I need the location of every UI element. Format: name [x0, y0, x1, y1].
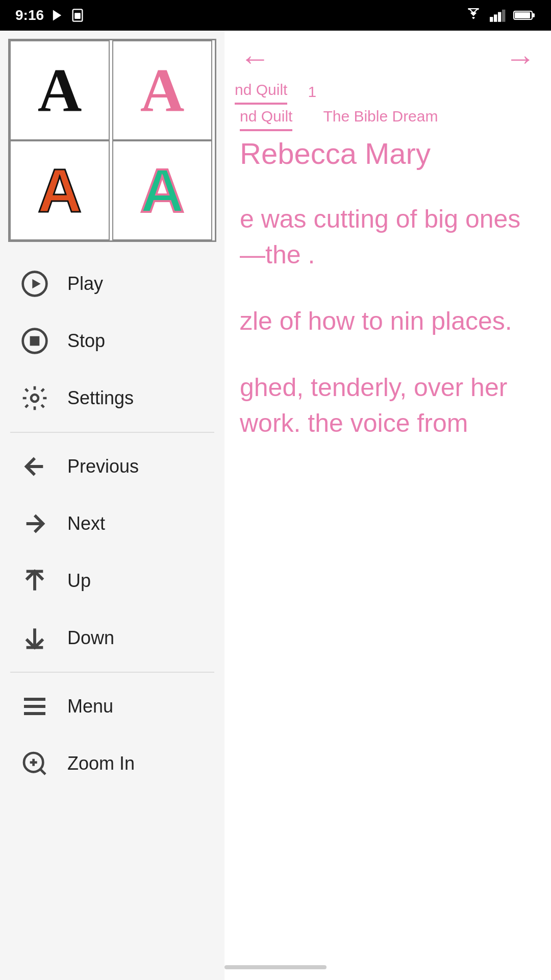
signal-icon [490, 8, 506, 22]
home-indicator [224, 965, 327, 969]
zoom-in-menu-item[interactable]: Zoom In [0, 735, 224, 792]
status-left: 9:16 [15, 7, 85, 23]
next-menu-item[interactable]: Next [0, 495, 224, 552]
play-indicator-icon [50, 8, 64, 22]
tab-quilt[interactable]: nd Quilt [235, 81, 287, 105]
svg-rect-9 [515, 12, 530, 18]
stop-icon [20, 327, 49, 355]
reading-paragraph-1: e was cutting of big ones—the . [224, 186, 551, 288]
drawer: A A A A Play Stop Set [0, 31, 224, 980]
svg-line-25 [40, 769, 45, 774]
play-icon [20, 270, 49, 298]
svg-rect-2 [74, 13, 81, 19]
content-header: ← → [224, 31, 551, 76]
next-label: Next [67, 513, 105, 534]
time-display: 9:16 [15, 7, 44, 23]
previous-label: Previous [67, 456, 139, 477]
settings-label: Settings [67, 387, 134, 409]
up-label: Up [67, 570, 91, 592]
svg-marker-11 [32, 279, 40, 289]
svg-rect-5 [498, 12, 501, 22]
drawer-menu: Play Stop Settings Previous [0, 250, 224, 797]
previous-menu-item[interactable]: Previous [0, 438, 224, 495]
svg-rect-3 [490, 17, 493, 22]
svg-rect-8 [532, 13, 535, 17]
reading-content: ← → nd Quilt 1 nd Quilt The Bible Dream … [224, 31, 551, 980]
battery-icon [513, 9, 536, 21]
arrow-left-icon [20, 452, 49, 481]
sub-tab-quilt[interactable]: nd Quilt [240, 108, 292, 131]
font-option-pink[interactable]: A [112, 40, 212, 140]
arrow-down-icon [20, 624, 49, 652]
divider-1 [10, 432, 214, 433]
sim-card-icon [70, 8, 85, 22]
svg-marker-0 [53, 10, 61, 21]
down-menu-item[interactable]: Down [0, 609, 224, 667]
divider-2 [10, 672, 214, 673]
stop-label: Stop [67, 330, 105, 352]
font-option-green-pink[interactable]: A [112, 140, 212, 240]
up-menu-item[interactable]: Up [0, 552, 224, 609]
zoom-in-label: Zoom In [67, 753, 135, 774]
stop-menu-item[interactable]: Stop [0, 312, 224, 370]
settings-menu-item[interactable]: Settings [0, 370, 224, 427]
forward-button[interactable]: → [505, 41, 536, 76]
menu-menu-item[interactable]: Menu [0, 678, 224, 735]
svg-rect-6 [502, 10, 505, 22]
tabs-area: nd Quilt 1 [224, 76, 551, 105]
menu-icon [20, 692, 49, 721]
svg-point-14 [31, 395, 38, 402]
author-name: Rebecca Mary [224, 131, 551, 186]
zoom-in-icon [20, 749, 49, 778]
wifi-icon [464, 8, 483, 22]
status-bar: 9:16 [0, 0, 551, 31]
down-label: Down [67, 627, 114, 649]
menu-label: Menu [67, 696, 113, 717]
font-option-orange[interactable]: A [10, 140, 110, 240]
settings-icon [20, 384, 49, 412]
reading-paragraph-3: ghed, tenderly, over her work. the voice… [224, 354, 551, 456]
reading-paragraph-2: zle of how to nin places. [224, 288, 551, 354]
arrow-right-icon [20, 509, 49, 538]
play-menu-item[interactable]: Play [0, 255, 224, 312]
back-button[interactable]: ← [240, 41, 270, 76]
font-option-black[interactable]: A [10, 40, 110, 140]
tab-bible-num[interactable]: 1 [308, 83, 316, 105]
svg-rect-4 [494, 14, 497, 21]
book-info: nd Quilt The Bible Dream [224, 108, 551, 131]
status-right [464, 8, 536, 22]
play-label: Play [67, 273, 103, 295]
arrow-up-icon [20, 567, 49, 595]
book-name: The Bible Dream [323, 108, 438, 131]
svg-rect-13 [30, 336, 40, 346]
font-style-grid: A A A A [8, 39, 216, 242]
